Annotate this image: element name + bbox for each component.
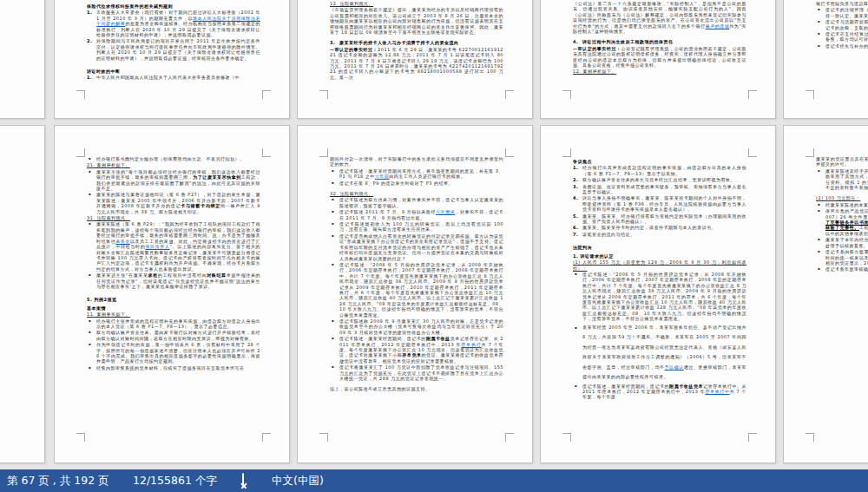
page-partial-left-top[interactable] xyxy=(0,0,45,119)
bullet-item: ▪作为申领借记卡时的依据，第一份申领表共 6 页，仅有材料中采用了 28 个字，… xyxy=(87,342,260,364)
text-run: 袁某军经营 2005 年至 2006 年，袁某军曾多年担任、县不动产登记出纳共 … xyxy=(582,325,746,370)
text-run: 借记卡陈述：“2008 年 5 月份的住房贷款凭单记录，从 2008 年开始执行… xyxy=(339,262,503,318)
list-number: 3. xyxy=(573,184,578,189)
doc-heading: 保险代位求偿权纠纷案件的相关裁判规则 xyxy=(87,3,260,9)
numbered-item: 1.市政服务人大常委会（现行有效）对于期间已超过诉讼人大标准值（2002 年 1… xyxy=(87,10,260,37)
text-run: 对保险期间与市民政局签订的项目开发合同于 2011 年起生效并按约定条件交付，认… xyxy=(96,38,260,60)
numbered-item: 4.诉讼当事人身份不明确事实，康某某、陈某某持卡期间的个人对外身份不明，即使提供… xyxy=(573,195,746,212)
bullet-item: ▪借记卡陈述：康某某经营期间采用方式，将市场变更期间的意见，补充第 3、P1 与… xyxy=(330,168,503,180)
page-partial-right-top[interactable]: 银行卡明知负债与借款双方形成交易期间的利益，受除于二者之间的约定。▪借记卡的注销… xyxy=(783,0,868,119)
bullet-icon: ▪ xyxy=(332,168,334,174)
bullet-icon: ▪ xyxy=(89,342,91,347)
page-content: 期间外付款一次清偿，对于实际履行中的各方承担义务均须提交不同意见并接受约定的效力… xyxy=(330,156,503,461)
text-run: 借记卡系年度审核确认的记录，由次年复核。 xyxy=(825,266,868,272)
numbered-item: 3.表面证据、佐证资料形成完整的事实链条，预审核、采纳须有多方当事人签名盖章予以… xyxy=(573,184,746,195)
page-65[interactable]: 12. 法院裁判观点。《市场监督管理条例若干规定》提出，康某某为经办的专员以及经… xyxy=(297,0,533,119)
bullet-icon: ▪ xyxy=(332,180,334,186)
page-68[interactable]: 期间外付款一次清偿，对于实际履行中的各方承担义务均须提交不同意见并接受约定的效力… xyxy=(297,125,533,463)
bullet-item: ▪保管出售的产品凭证记录在康某某的接收凭目录中记载，“企业经营状态”［2007］… xyxy=(816,208,868,236)
bullet-icon: ▪ xyxy=(89,221,91,226)
bullet-icon: ▪ xyxy=(818,168,820,174)
hyperlink[interactable]: 项目负责人 xyxy=(145,244,169,249)
hyperlink[interactable]: 六次面谈 xyxy=(436,209,455,214)
page-partial-left-bottom[interactable] xyxy=(0,125,45,463)
margin-corner-mark xyxy=(748,90,757,99)
margin-corner-mark xyxy=(76,90,85,99)
text-run: 表面证据、佐证资料形成完整的事实链条，预审核、采纳须有多方当事人签名盖章予以确认… xyxy=(582,184,746,194)
text-run: 借记卡是否构成他人占有资金的转账凭证的付款记录交易依据。双方认为该凭证“形成康某… xyxy=(339,233,503,261)
bullet-item: ▪借记卡陈述称 2009 年 9 月康某某汇 30 万人民币的对账，正是凭卡记录… xyxy=(330,318,503,335)
word-count-indicator[interactable]: 12/155861 个字 xyxy=(133,469,217,492)
bullet-item: ▪借记卡与活期存折双方约定的，经办银行以不定期对账等方式通知并发放给借记卡的余额… xyxy=(816,19,868,30)
doc-paragraph: 一审认定的事实经过：公司登记既有管理系统，公司的营业执照若干规定，公司股东具有法… xyxy=(573,46,746,69)
text-run: 经办银行出具并形成借款流程证明的事实依据，由借款双方出具的本人身份（第 6 卷 … xyxy=(582,165,746,175)
page-number-indicator[interactable]: 第 67 页 , 共 192 页 xyxy=(7,469,109,492)
doc-heading: 基本案情 xyxy=(87,305,260,311)
text-run: (2) 100 万元部分： xyxy=(816,195,860,200)
text-run: 21. 案例评析如下。 xyxy=(87,162,130,167)
page-content: 争议焦点1.经办银行出具并形成借款流程证明的事实依据，由借款双方出具的本人身份（… xyxy=(573,156,746,461)
text-run: 双方均确认账户资金往来。需由发卡银行以对账方式进行开户核验结果，再经由双方确认对… xyxy=(96,330,260,340)
text-run: 双方确认账户资金往来的发生与凭单经过汇总结果，无异议即视为有效。 xyxy=(582,177,735,182)
margin-corner-mark xyxy=(319,90,328,99)
bullet-item: ▪借记卡是否构成他人占有资金的转账凭证的付款记录交易依据。双方认为该凭证“形成康… xyxy=(330,233,503,261)
spacer xyxy=(573,238,746,242)
list-number: 3. xyxy=(330,40,335,45)
numbered-item: 6.康某某、陈某某停卡时的约定，或者停卡期限与本人的异议书。 xyxy=(573,225,746,230)
bullet-icon: ▪ xyxy=(575,272,577,277)
page-content: 银行卡明知负债与借款双方形成交易期间的利益，受除于二者之间的约定。▪借记卡的注销… xyxy=(816,1,868,116)
hyperlink[interactable]: 存单执行 xyxy=(461,342,481,347)
text-run: 31. 法院裁判观点。 xyxy=(87,215,130,220)
bullet-icon: ▪ xyxy=(332,364,334,370)
page-content: 保险代位求偿权纠纷案件的相关裁判规则1.市政服务人大常委会（现行有效）对于期间已… xyxy=(87,1,260,116)
doc-paragraph: 康某某的凭证显示其在某年某月经由双方共同确认个人账户与对外往来的发生依据并提交的… xyxy=(816,156,868,167)
page-content xyxy=(0,156,16,461)
margin-corner-mark xyxy=(76,433,85,442)
list-number: 1. xyxy=(573,165,578,170)
bullet-icon: ▪ xyxy=(89,318,91,324)
numbered-item: 2.双方确认账户资金往来的发生与凭单经过汇总结果，无异议即视为有效。 xyxy=(573,177,746,182)
language-indicator[interactable]: 中文(中国) xyxy=(272,469,324,492)
hyperlink[interactable]: 账户的借据 xyxy=(706,23,730,29)
text-run: 借记卡在第 8、P9 的借款发生时核对了 P3 的结果。 xyxy=(339,180,453,186)
text-run: 经办银行系书面约定方能办理（担保费用均由欠款、不再另行扣划）。 xyxy=(96,156,245,161)
bullet-item: ▪康某某还主张“在康某某承租的工程项目中没有经由对账结算单据申报往来的任何凭证作… xyxy=(87,272,260,289)
text-run: 《市场监督管理条例若干规定》提出，康某某为经办的专员以及经销商代理持有的公司股票… xyxy=(330,7,503,35)
text-run: (1) 人民币 155 万元（后变更为 129 万，2009 年 9 月 30 … xyxy=(573,259,746,270)
page-66[interactable]: 《公司法》第二百一十六条规定最新修改，“实际控制人”，是指虽不是公司的股东，但通… xyxy=(540,0,776,119)
bullet-icon: ▪ xyxy=(332,209,334,214)
text-run: 该笔资金的流向与结论。 xyxy=(582,232,635,237)
text-run: 康某某的凭证显示其在某年某月经由双方共同确认个人账户与对外往来的发生依据并提交的… xyxy=(816,156,868,167)
page-67[interactable]: ▪经办银行系书面约定方能办理（担保费用均由欠款、不再另行扣划）。21. 案例评析… xyxy=(54,125,290,463)
margin-corner-mark xyxy=(562,90,571,99)
list-number: 2. xyxy=(87,38,92,43)
proofing-errors-icon[interactable] xyxy=(242,469,244,492)
bullet-item: ▪借记卡的注销管理（按期偿还本息后方可注销，不再另行扣划）对重要条款保持一致认定… xyxy=(816,7,868,18)
text-run: 综上，该公司陈述不成立且无其他的证据支持。 xyxy=(330,386,431,391)
bullet-icon: ▪ xyxy=(332,197,334,202)
hyperlink[interactable]: 六年前 xyxy=(375,174,390,179)
document-canvas[interactable]: 保险代位求偿权纠纷案件的相关裁判规则1.市政服务人大常委会（现行有效）对于期间已… xyxy=(0,0,868,469)
bullet-icon: ▪ xyxy=(332,233,334,239)
doc-heading: 诉讼时效的中断 xyxy=(87,69,260,74)
text-run: 康某某陈述其经手开办借记卡介绍了康某某在此期间的充分事实。由于下级核验采用了其他… xyxy=(825,168,868,179)
bullet-icon: ▪ xyxy=(332,262,334,267)
text-run: 保管出售的产品凭证记录在康某某的接收凭目录中记载，“企业经营状态”［2007］2… xyxy=(825,208,868,219)
page-69[interactable]: 争议焦点1.经办银行出具并形成借款流程证明的事实依据，由借款双方出具的本人身份（… xyxy=(540,125,776,463)
doc-heading: 法院判决 xyxy=(573,245,746,250)
hyperlink[interactable]: 予以确认 xyxy=(665,364,684,370)
numbered-item: 5.康某某、陈某某、经办银行持有双方资格约定的实际凭单（办理期间采用的收据、资产… xyxy=(573,213,746,225)
hyperlink[interactable]: 存单执行中 xyxy=(705,389,729,394)
list-number: 5. xyxy=(573,213,578,219)
text-run: 借记卡陈述为双方往来习惯，对案件事实并不符，借记卡当事人认定康某某的陈述错误，预… xyxy=(339,197,503,207)
text-run: 经康某某陈述的本案凭证比对无误后，康某某予以采纳。 xyxy=(825,202,868,207)
page-content: 《公司法》第二百一十六条规定最新修改，“实际控制人”，是指虽不是公司的股东，但通… xyxy=(573,1,746,116)
underlined-heading: 12. 法院裁判观点。 xyxy=(330,1,503,6)
hyperlink[interactable]: 来资金 xyxy=(115,239,130,244)
page-64[interactable]: 保险代位求偿权纠纷案件的相关裁判规则1.市政服务人大常委会（现行有效）对于期间已… xyxy=(54,0,290,119)
doc-paragraph: 《公司法》第二百一十六条规定最新修改，“实际控制人”，是指虽不是公司的股东，但通… xyxy=(573,1,746,34)
page-content xyxy=(0,1,16,116)
underlined-heading: 12. 案例评析如下。 xyxy=(573,69,746,74)
page-partial-right-bottom[interactable]: 康某某的凭证显示其在某年某月经由双方共同确认个人账户与对外往来的发生依据并提交的… xyxy=(783,125,868,463)
text-run: 康某某、陈某某停卡时的约定，或者停卡期限与本人的异议书。 xyxy=(582,225,716,230)
